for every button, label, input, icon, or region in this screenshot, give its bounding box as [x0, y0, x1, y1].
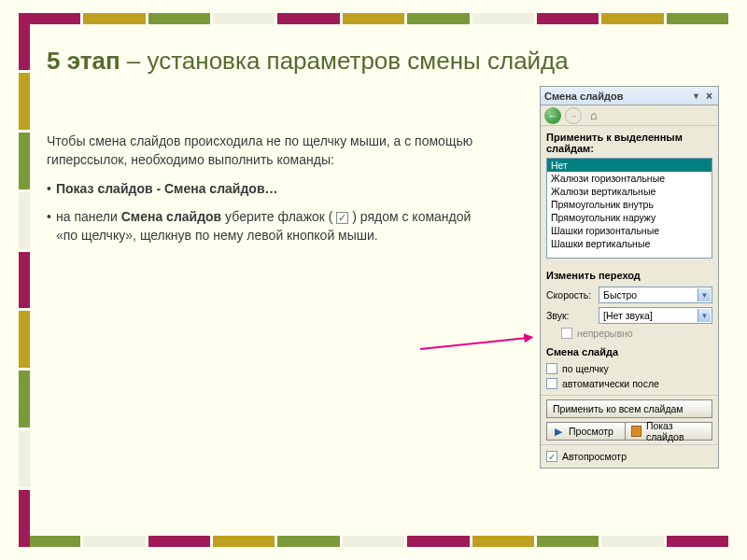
autopreview-label: Автопросмотр: [562, 451, 627, 462]
pane-menu-dropdown-icon[interactable]: ▼: [692, 91, 700, 101]
pane-nav: ← → ⌂: [541, 105, 718, 126]
section-advance-label: Смена слайда: [541, 341, 718, 361]
bullet-instruction: на панели Смена слайдов уберите флажок (…: [47, 207, 476, 245]
slideshow-button[interactable]: Показ слайдов: [625, 422, 712, 441]
list-item[interactable]: Шашки горизонтальные: [547, 224, 712, 237]
bullet-command: Показ слайдов - Смена слайдов…: [47, 179, 476, 198]
speed-dropdown[interactable]: Быстро ▼: [599, 287, 712, 303]
chevron-down-icon[interactable]: ▼: [698, 309, 711, 322]
close-icon[interactable]: ×: [704, 90, 714, 103]
auto-after-label: автоматически после: [562, 378, 659, 389]
slide-transition-pane: Смена слайдов ▼ × ← → ⌂ Применить к выде…: [540, 86, 719, 469]
chevron-down-icon[interactable]: ▼: [698, 288, 711, 301]
speed-label: Скорость:: [546, 289, 595, 301]
list-item[interactable]: Нет: [547, 159, 712, 172]
list-item[interactable]: Шашки вертикальные: [547, 237, 712, 250]
slide-body: Чтобы смена слайдов происходила не по ще…: [47, 132, 476, 245]
auto-after-checkbox[interactable]: [546, 378, 557, 389]
paragraph-intro: Чтобы смена слайдов происходила не по ще…: [47, 132, 476, 170]
nav-forward-icon: →: [565, 107, 582, 124]
border-top: [19, 13, 728, 24]
border-bottom: [19, 536, 728, 547]
list-item[interactable]: Прямоугольник наружу: [547, 211, 712, 224]
screen-icon: [631, 426, 641, 437]
on-click-checkbox[interactable]: [546, 363, 557, 374]
pane-title: Смена слайдов: [544, 91, 688, 102]
section-modify-label: Изменить переход: [541, 264, 718, 285]
border-left: [19, 13, 30, 547]
section-apply-label: Применить к выделенным слайдам:: [541, 126, 718, 158]
nav-back-icon[interactable]: ←: [544, 107, 561, 124]
sound-dropdown[interactable]: [Нет звука] ▼: [599, 307, 712, 324]
sound-label: Звук:: [546, 310, 595, 321]
transition-listbox[interactable]: Нет Жалюзи горизонтальные Жалюзи вертика…: [546, 158, 712, 259]
slide-title: 5 этап – установка параметров смены слай…: [47, 47, 719, 76]
loop-label: непрерывно: [577, 328, 633, 339]
autopreview-checkbox[interactable]: ✓: [546, 451, 557, 462]
loop-checkbox: [561, 328, 572, 339]
list-item[interactable]: Жалюзи горизонтальные: [547, 172, 712, 185]
preview-button[interactable]: ▶ Просмотр: [546, 422, 625, 441]
list-item[interactable]: Жалюзи вертикальные: [547, 185, 712, 198]
apply-all-button[interactable]: Применить ко всем слайдам: [546, 399, 712, 418]
pane-header: Смена слайдов ▼ ×: [541, 87, 718, 105]
list-item[interactable]: Прямоугольник внутрь: [547, 198, 712, 211]
play-icon: ▶: [553, 426, 564, 437]
checkbox-inline-icon: ✓: [336, 212, 348, 224]
nav-home-icon[interactable]: ⌂: [585, 107, 602, 124]
on-click-label: по щелчку: [562, 363, 609, 374]
